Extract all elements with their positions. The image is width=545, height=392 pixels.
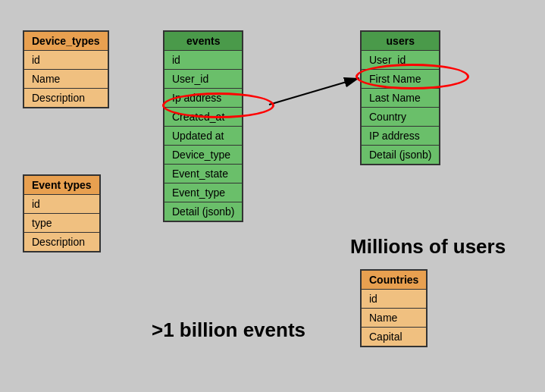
users-row: IP address [361, 127, 440, 146]
device-types-table: Device_types id Name Description [23, 30, 109, 108]
device-types-header: Device_types [23, 31, 108, 51]
countries-row: Name [361, 309, 427, 328]
events-table: events id User_id Ip address Created_at … [163, 30, 243, 222]
device-types-row: Name [23, 70, 108, 89]
events-row: id [164, 51, 243, 70]
events-row: Device_type [164, 146, 243, 165]
svg-line-1 [269, 78, 359, 105]
users-row: First Name [361, 70, 440, 89]
diagram-container: Device_types id Name Description Event t… [0, 0, 545, 392]
users-big-label: Millions of users [350, 235, 506, 259]
event-types-header: Event types [23, 175, 100, 195]
event-types-row: id [23, 195, 100, 214]
countries-table: Countries id Name Capital [360, 269, 428, 347]
event-types-row: Description [23, 233, 100, 252]
events-row: Event_type [164, 183, 243, 202]
events-user-id-row: User_id [164, 70, 243, 89]
users-row: Detail (jsonb) [361, 146, 440, 165]
countries-row: id [361, 290, 427, 309]
events-big-label: >1 billion events [152, 318, 305, 342]
users-table: users User_id First Name Last Name Count… [360, 30, 440, 165]
device-types-row: id [23, 51, 108, 70]
event-types-table: Event types id type Description [23, 174, 101, 252]
event-types-row: type [23, 214, 100, 233]
events-row: Created_at [164, 108, 243, 127]
users-user-id-row: User_id [361, 51, 440, 70]
countries-header: Countries [361, 270, 427, 290]
events-header: events [164, 31, 243, 51]
events-row: Detail (jsonb) [164, 202, 243, 222]
device-types-row: Description [23, 89, 108, 108]
events-row: Updated at [164, 127, 243, 146]
events-row: Ip address [164, 89, 243, 108]
countries-row: Capital [361, 328, 427, 347]
users-row: Last Name [361, 89, 440, 108]
events-row: Event_state [164, 165, 243, 183]
users-header: users [361, 31, 440, 51]
users-row: Country [361, 108, 440, 127]
